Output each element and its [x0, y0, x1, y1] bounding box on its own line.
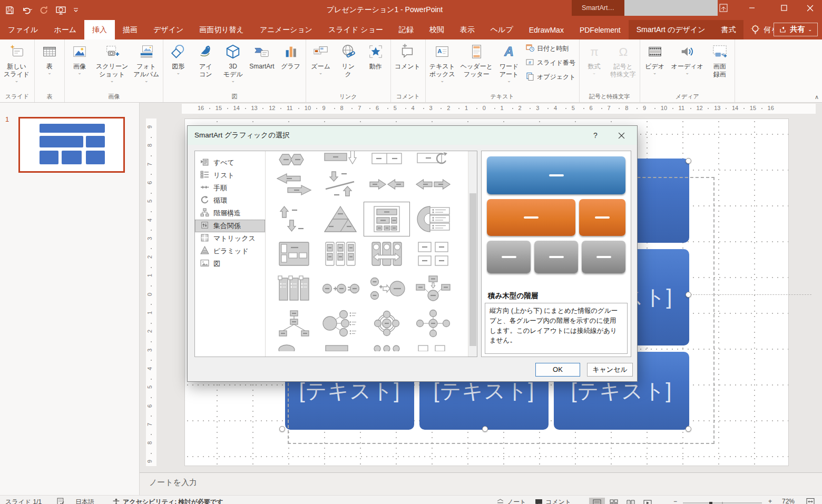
layout-thumbnail-converging-arrows[interactable] — [364, 167, 410, 202]
tab-ヘルプ[interactable]: ヘルプ — [483, 20, 521, 39]
selection-handle[interactable] — [686, 158, 691, 164]
accessibility-status[interactable]: アクセシビリティ: 検討が必要です — [112, 498, 223, 504]
layout-thumbnail-p-ellipse[interactable] — [271, 341, 317, 351]
save-icon[interactable] — [5, 6, 14, 15]
ribbon-button-スクリーンショット[interactable]: スクリーン ショット⌄ — [93, 41, 131, 92]
layout-thumbnail-opposing-arrows[interactable] — [271, 167, 317, 202]
tab-校閲[interactable]: 校閲 — [422, 20, 452, 39]
layout-thumbnail-p-circles[interactable] — [364, 341, 410, 351]
start-presentation-icon[interactable] — [56, 6, 66, 15]
reading-view-button[interactable] — [623, 498, 639, 504]
tab-アニメーション[interactable]: アニメーション — [252, 20, 320, 39]
ribbon-button-ズーム[interactable]: ズーム⌄ — [307, 41, 335, 92]
tab-ファイル[interactable]: ファイル — [0, 20, 46, 39]
tab-画面切り替え[interactable]: 画面切り替え — [191, 20, 252, 39]
dialog-help-button[interactable]: ? — [586, 126, 604, 145]
zoom-slider[interactable] — [683, 502, 762, 504]
category-pyramid[interactable]: ピラミッド — [195, 245, 265, 258]
layout-thumbnail-cylinder-list[interactable] — [410, 202, 456, 236]
ribbon-button-リンク[interactable]: リン ク — [335, 41, 362, 92]
undo-icon[interactable] — [22, 6, 32, 14]
collapse-ribbon-icon[interactable]: ∧ — [815, 94, 819, 101]
category-relationship[interactable]: 集合関係 — [195, 220, 265, 232]
ribbon-button-図形[interactable]: 図形⌄ — [164, 41, 192, 92]
selection-handle[interactable] — [279, 426, 285, 432]
selection-handle[interactable] — [686, 426, 691, 432]
layout-thumbnail-panel-lists[interactable] — [271, 271, 317, 306]
dialog-close-icon[interactable] — [611, 126, 632, 145]
layout-thumbnail-title-grid[interactable] — [271, 236, 317, 271]
tab-デザイン[interactable]: デザイン — [145, 20, 191, 39]
spell-check-icon[interactable] — [57, 498, 65, 504]
redo-icon[interactable] — [40, 6, 48, 15]
ribbon-button-画面録画[interactable]: 画面 録画 — [706, 41, 733, 92]
layout-thumbnail-radial-bullets[interactable] — [317, 306, 364, 341]
contextual-tab-書式[interactable]: 書式 — [713, 20, 743, 39]
ribbon-button-コメント[interactable]: コメント — [392, 41, 423, 92]
gallery-scrollbar[interactable] — [468, 151, 477, 357]
language-indicator[interactable]: 日本語 — [75, 498, 94, 504]
tab-描画[interactable]: 描画 — [115, 20, 145, 39]
selection-handle[interactable] — [686, 292, 691, 298]
layout-thumbnail-radial-ring[interactable] — [364, 306, 410, 341]
layout-thumbnail-accent-arrow[interactable] — [364, 271, 410, 306]
selection-handle[interactable] — [482, 426, 488, 432]
tab-記録[interactable]: 記録 — [391, 20, 422, 39]
tab-表示[interactable]: 表示 — [452, 20, 483, 39]
ribbon-button-オブジェクト[interactable]: オブジェクト — [526, 72, 576, 82]
customize-toolbar-icon[interactable] — [73, 7, 79, 13]
ribbon-button-グラフ[interactable]: グラフ — [277, 41, 305, 92]
layout-thumbnail-segmented-pyramid[interactable] — [317, 202, 364, 236]
category-hierarchy[interactable]: 階層構造 — [195, 207, 265, 220]
layout-thumbnail-split-bar[interactable] — [364, 151, 410, 167]
ribbon-button-ワードアート[interactable]: Aワード アート⌄ — [495, 41, 523, 92]
minimize-icon[interactable] — [740, 0, 764, 16]
contextual-tab-SmartArt のデザイン[interactable]: SmartArt のデザイン — [629, 20, 713, 39]
zoom-level[interactable]: 72% — [782, 498, 795, 504]
category-process[interactable]: 手順 — [195, 182, 265, 194]
slide-sorter-view-button[interactable] — [606, 498, 622, 504]
category-picture[interactable]: 図 — [195, 258, 265, 270]
layout-thumbnail-arrow-panels[interactable] — [364, 236, 410, 271]
layout-thumbnail-updown-arrows[interactable] — [271, 202, 317, 236]
ribbon-button-表[interactable]: 表⌄ — [36, 41, 63, 92]
ribbon-button-SmartArt[interactable]: SmartArt — [247, 41, 277, 92]
ribbon-button-日付と時刻[interactable]: 日付と時刻 — [526, 44, 576, 54]
scrollbar-thumb[interactable] — [469, 193, 476, 346]
close-icon[interactable] — [798, 0, 822, 16]
category-cycle[interactable]: 循環 — [195, 194, 265, 207]
layout-thumbnail-paired-boxes[interactable] — [410, 236, 456, 271]
layout-thumbnail-radial-cross[interactable] — [410, 306, 456, 341]
zoom-out-icon[interactable]: − — [673, 498, 677, 504]
notes-pane[interactable]: ノートを入力 — [140, 473, 822, 495]
layout-thumbnail-hub-spokes[interactable] — [410, 271, 456, 306]
ribbon-button-画像[interactable]: 画像⌄ — [66, 41, 93, 92]
category-matrix[interactable]: マトリックス — [195, 232, 265, 245]
ribbon-button-動作[interactable]: 動作 — [362, 41, 389, 92]
ribbon-display-options-icon[interactable] — [711, 0, 736, 16]
tab-EdrawMax[interactable]: EdrawMax — [521, 20, 572, 39]
slideshow-view-button[interactable] — [640, 498, 655, 504]
comments-toggle[interactable]: コメント — [535, 498, 571, 504]
layout-thumbnail-table-down[interactable] — [317, 151, 364, 167]
fit-to-window-icon[interactable] — [806, 498, 815, 504]
share-button[interactable]: 共有 ⌄ — [774, 23, 818, 36]
notes-toggle[interactable]: ノート — [496, 498, 526, 504]
ribbon-button-新しいスライド[interactable]: 新しい スライド⌄ — [1, 41, 32, 92]
category-list[interactable]: リスト — [195, 169, 265, 182]
tab-ホーム[interactable]: ホーム — [46, 20, 84, 39]
layout-thumbnail-p-boxes[interactable] — [410, 341, 456, 351]
ribbon-button-アイコン[interactable]: アイ コン — [192, 41, 219, 92]
layout-thumbnail-stacked-blocks[interactable] — [364, 202, 410, 236]
ribbon-button-ヘッダーとフッター[interactable]: ヘッダーと フッター — [458, 41, 495, 92]
layout-thumbnail-column-lists[interactable] — [317, 236, 364, 271]
layout-thumbnail-loop-bar[interactable] — [410, 151, 456, 167]
tab-スライド ショー[interactable]: スライド ショー — [320, 20, 391, 39]
layout-thumbnail-org-tree[interactable] — [271, 306, 317, 341]
ribbon-button-ビデオ[interactable]: ビデオ⌄ — [641, 41, 669, 92]
ribbon-button-フォトアルバム[interactable]: フォト アルバム⌄ — [131, 41, 162, 92]
layout-thumbnail-hex-row[interactable] — [271, 151, 317, 167]
layout-thumbnail-p-bar[interactable] — [317, 341, 364, 351]
layout-thumbnail-equation[interactable] — [317, 271, 364, 306]
ribbon-button-テキストボックス[interactable]: Aテキスト ボックス⌄ — [427, 41, 458, 92]
